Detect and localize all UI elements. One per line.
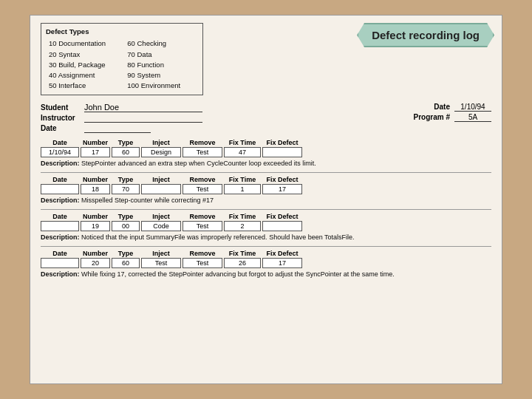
row3-inject: Code <box>141 221 181 231</box>
defect-types-title: Defect Types <box>46 27 198 37</box>
row1-number: 17 <box>81 147 110 157</box>
date-label-right: Date <box>434 103 450 112</box>
banner-title: Defect recording log <box>357 23 494 47</box>
date-value-right: 1/10/94 <box>454 103 491 112</box>
row4-type: 60 <box>112 258 140 268</box>
column-headers: Date Number Type Inject Remove Fix Time … <box>41 139 491 146</box>
defect-type-cell: 60 Checking <box>124 38 198 49</box>
col-header-remove-3: Remove <box>183 213 222 220</box>
row3-number: 19 <box>81 221 110 231</box>
row1-remove: Test <box>183 147 222 157</box>
row3-remove: Test <box>183 221 222 231</box>
col-header-fixtime: Fix Time <box>224 139 261 146</box>
date-label-left: Date <box>41 124 81 132</box>
defect-types-box: Defect Types 10 Documentation 60 Checkin… <box>41 23 203 95</box>
col-header-fixdefect: Fix Defect <box>262 139 302 146</box>
col-header-date: Date <box>41 139 79 146</box>
program-label: Program # <box>414 113 450 122</box>
row1-fixtime: 47 <box>224 147 261 157</box>
row4-number: 20 <box>81 258 110 268</box>
row2-type: 70 <box>112 184 140 194</box>
col-header-remove-2: Remove <box>183 176 222 183</box>
defect-type-cell: 20 Syntax <box>46 50 124 60</box>
col-header-fixtime-4: Fix Time <box>224 250 261 257</box>
defect-type-cell: 30 Build, Package <box>46 60 124 70</box>
column-headers-4: Date Number Type Inject Remove Fix Time … <box>41 250 491 257</box>
divider-1 <box>41 172 491 173</box>
defect-type-cell: 40 Assignment <box>46 70 124 81</box>
row3-fixdefect <box>262 221 302 231</box>
student-label: Student <box>41 103 81 112</box>
student-name: John Doe <box>84 103 202 112</box>
student-row: Student John Doe <box>41 103 339 112</box>
defect-row-1: 1/10/94 17 60 Design Test 47 <box>41 147 491 157</box>
col-header-type-3: Type <box>112 213 140 220</box>
col-header-fixdefect-4: Fix Defect <box>262 250 302 257</box>
row3-date <box>41 221 79 231</box>
row2-description: Description: Misspelled Step-counter whi… <box>41 196 491 205</box>
date-program-right: Date 1/10/94 Program # 5A <box>344 103 491 122</box>
program-value: 5A <box>454 113 491 122</box>
row2-fixdefect: 17 <box>262 184 302 194</box>
row3-fixtime: 2 <box>224 221 261 231</box>
col-header-remove: Remove <box>183 139 222 146</box>
table-row: 40 Assignment 90 System <box>46 70 198 81</box>
column-headers-3: Date Number Type Inject Remove Fix Time … <box>41 213 491 220</box>
desc-label-2: Description: <box>41 197 80 204</box>
col-header-fixdefect-2: Fix Defect <box>262 176 302 183</box>
instructor-label: Instructor <box>41 114 81 122</box>
row3-type: 00 <box>112 221 140 231</box>
defect-type-cell: 10 Documentation <box>46 38 124 49</box>
col-header-date-3: Date <box>41 213 79 220</box>
col-header-inject-4: Inject <box>141 250 181 257</box>
col-header-number-4: Number <box>81 250 110 257</box>
defect-row-2: 18 70 Test 1 17 <box>41 184 491 194</box>
desc-label: Description: <box>41 160 80 167</box>
col-header-type-2: Type <box>112 176 140 183</box>
row3-description: Description: Noticed that the input Summ… <box>41 233 491 242</box>
column-headers-2: Date Number Type Inject Remove Fix Time … <box>41 176 491 183</box>
row4-description: Description: While fixing 17, corrected … <box>41 270 491 279</box>
table-row: 10 Documentation 60 Checking <box>46 38 198 49</box>
col-header-number-3: Number <box>81 213 110 220</box>
instructor-row: Instructor <box>41 114 339 123</box>
defect-types-table: 10 Documentation 60 Checking 20 Syntax 7… <box>46 38 198 91</box>
col-header-fixdefect-3: Fix Defect <box>262 213 302 220</box>
defect-rows-section: Date Number Type Inject Remove Fix Time … <box>41 139 491 279</box>
row2-inject <box>141 184 181 194</box>
defect-type-cell: 90 System <box>124 70 198 81</box>
defect-type-cell: 80 Function <box>124 60 198 70</box>
row2-number: 18 <box>81 184 110 194</box>
divider-2 <box>41 209 491 210</box>
row2-date <box>41 184 79 194</box>
date-right-row: Date 1/10/94 <box>344 103 491 112</box>
col-header-type-4: Type <box>112 250 140 257</box>
col-header-inject-3: Inject <box>141 213 181 220</box>
divider-3 <box>41 246 491 247</box>
row2-fixtime: 1 <box>224 184 261 194</box>
row1-description: Description: StepPointer advanced an ext… <box>41 159 491 168</box>
defect-type-cell: 100 Environment <box>124 81 198 91</box>
student-header: Student John Doe Instructor Date Date 1/… <box>41 103 491 133</box>
table-row: 20 Syntax 70 Data <box>46 50 198 60</box>
table-row: 30 Build, Package 80 Function <box>46 60 198 70</box>
row4-inject: Test <box>141 258 181 268</box>
row1-inject: Design <box>141 147 181 157</box>
defect-recording-log: Defect recording log Defect Types 10 Doc… <box>30 15 502 384</box>
row4-date <box>41 258 79 268</box>
col-header-fixtime-3: Fix Time <box>224 213 261 220</box>
col-header-fixtime-2: Fix Time <box>224 176 261 183</box>
col-header-inject-2: Inject <box>141 176 181 183</box>
col-header-type: Type <box>112 139 140 146</box>
row2-remove: Test <box>183 184 222 194</box>
col-header-date-4: Date <box>41 250 79 257</box>
col-header-date-2: Date <box>41 176 79 183</box>
student-info: Student John Doe Instructor Date <box>41 103 339 133</box>
row1-type: 60 <box>112 147 140 157</box>
col-header-remove-4: Remove <box>183 250 222 257</box>
defect-row-4: 20 60 Test Test 26 17 <box>41 258 491 268</box>
col-header-number-2: Number <box>81 176 110 183</box>
col-header-inject: Inject <box>141 139 181 146</box>
desc-label-3: Description: <box>41 233 80 241</box>
defect-type-cell: 50 Interface <box>46 81 124 91</box>
